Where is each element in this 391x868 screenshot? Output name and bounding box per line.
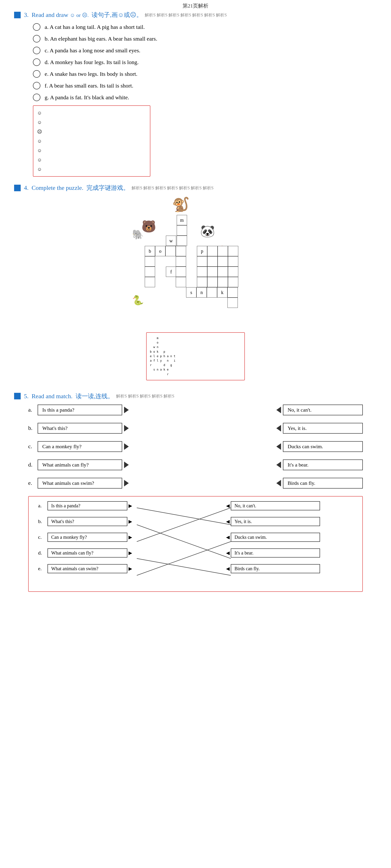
ans-left-e: What animals can swim? ▶: [48, 564, 128, 573]
cell-r1: [145, 256, 155, 267]
cell-r5: [218, 256, 228, 267]
sentence-item-1: b. An elephant has big ears. A bear has …: [33, 35, 377, 42]
crossword-area: 🐒 🐻 🐼 🐘 🐍 🐅 m w b o p: [113, 196, 278, 328]
ans-left-b: What's this? ▶: [48, 517, 128, 526]
cell-r2: [176, 256, 186, 267]
match-right-1: No, it can't.: [283, 405, 363, 415]
sentence-item-3: d. A monkey has four legs. Its tail is l…: [33, 58, 377, 66]
cell-bo4: [176, 246, 186, 256]
cell-f4: [207, 267, 218, 277]
section-4-header: 4. Complete the puzzle. 完成字谜游戏。 解析S 解析S …: [14, 184, 377, 192]
cell-p2: [207, 246, 218, 256]
cell-s1: [145, 277, 155, 287]
match-label-b: b.: [28, 425, 37, 431]
ans-label-c: c.: [38, 534, 48, 540]
cell-f2: [176, 267, 186, 277]
cell-f-left: [145, 267, 155, 277]
ans-label-a: a.: [38, 503, 48, 509]
match-left-c: Can a monkey fly?: [37, 441, 122, 452]
section-4-decorative: 解析S 解析S 解析S 解析S 解析S 解析S 解析S: [132, 185, 214, 191]
match-label-a: a.: [28, 407, 37, 413]
sentence-item-4: e. A snake has two legs. Its body is sho…: [33, 70, 377, 78]
radio-1: [33, 35, 40, 42]
sentence-item-0: a. A cat has a long tail. A pig has a sh…: [33, 23, 377, 31]
ans-right-3: ◀ Ducks can swim.: [231, 533, 320, 542]
match-questions: a. Is this a panda? No, it can't. b. Wha…: [28, 405, 363, 489]
radio-3: [33, 58, 40, 66]
match-right-3: Ducks can swim.: [283, 441, 363, 452]
ans-left-d: What animals can fly? ▶: [48, 548, 128, 558]
cell-bo3: [165, 246, 176, 256]
cell-sn-s: s: [186, 287, 196, 298]
svg-line-0: [137, 508, 231, 525]
page-title: 第21页解析: [0, 0, 391, 11]
sentence-item-5: f. A bear has small ears. Its tail is sh…: [33, 82, 377, 89]
monkey-icon: 🐒: [172, 196, 190, 213]
sentence-text-0: a. A cat has a long tail. A pig has a sh…: [45, 24, 145, 30]
cell-s4: [207, 277, 218, 287]
cell-p3: [218, 246, 228, 256]
section-3-decorative: 解析S 解析S 解析S 解析S 解析S 解析S 解析S: [145, 12, 227, 18]
ans-row-e: e. What animals can swim? ▶: [38, 564, 137, 573]
sentence-text-1: b. An elephant has big ears. A bear has …: [45, 36, 157, 42]
cell-f3: [197, 267, 207, 277]
answer-box-5: a. Is this a panda? ▶ b. What's this? ▶ …: [28, 496, 363, 592]
answer-left-col: a. Is this a panda? ▶ b. What's this? ▶ …: [38, 501, 137, 587]
match-left-e: What animals can swim?: [37, 478, 122, 489]
cell-f5: [218, 267, 228, 277]
lines-area: [137, 501, 231, 587]
match-row-d: d. What animals can fly? It's a bear.: [28, 460, 363, 470]
ans-left-c: Can a monkey fly? ▶: [48, 533, 128, 542]
match-row-a: a. Is this a panda? No, it can't.: [28, 405, 363, 415]
match-label-e: e.: [28, 480, 37, 486]
cell-p: p: [197, 246, 207, 256]
puzzle-answer-grid: m o w n b o k p e l e p h a n t a f l y …: [150, 336, 241, 377]
snake-icon: 🐍: [132, 295, 144, 306]
section-4-title: 4. Complete the puzzle. 完成字谜游戏。: [24, 184, 129, 192]
cell-w: w: [166, 236, 176, 246]
cell-b: b: [145, 246, 155, 256]
section-4: 4. Complete the puzzle. 完成字谜游戏。 解析S 解析S …: [14, 184, 377, 385]
cell-r3: [197, 256, 207, 267]
puzzle-answer-box: m o w n b o k p e l e p h a n t a f l y …: [146, 332, 245, 380]
cell-sn-e: [227, 287, 238, 298]
match-row-b: b. What's this? Yes, it is.: [28, 423, 363, 434]
sentence-item-6: g. A panda is fat. It's black and white.: [33, 94, 377, 101]
sentence-text-6: g. A panda is fat. It's black and white.: [45, 94, 129, 101]
sentence-text-2: c. A panda has a long nose and small eye…: [45, 48, 140, 54]
cell-p4: [228, 246, 238, 256]
section-5-decorative: 解析S 解析S 解析S 解析S 解析S: [116, 393, 174, 399]
section-5-title: 5. Read and match. 读一读,连线。: [24, 392, 114, 400]
ans-row-d: d. What animals can fly? ▶: [38, 548, 137, 558]
cell-s6: [228, 277, 238, 287]
match-right-4: It's a bear.: [283, 460, 363, 470]
svg-line-3: [137, 558, 231, 576]
ans-label-e: e.: [38, 565, 48, 571]
match-label-c: c.: [28, 443, 37, 450]
match-label-d: d.: [28, 462, 37, 468]
ans-row-a: a. Is this a panda? ▶: [38, 501, 137, 510]
cell-m: m: [177, 215, 187, 225]
blue-square-4: [14, 185, 21, 191]
ans-row-c: c. Can a monkey fly? ▶: [38, 533, 137, 542]
cell-f6: [228, 267, 238, 277]
match-row-c: c. Can a monkey fly? Ducks can swim.: [28, 441, 363, 452]
cell-sn-n: n: [196, 287, 207, 298]
blue-square-5: [14, 393, 21, 399]
answer-box-3: ☺☺☹☺☺☺☺: [33, 105, 150, 177]
blue-square-3: [14, 12, 21, 18]
match-right-5: Birds can fly.: [283, 478, 363, 489]
ans-row-b: b. What's this? ▶: [38, 517, 137, 526]
cell-s2: [176, 277, 186, 287]
sentence-item-2: c. A panda has a long nose and small eye…: [33, 47, 377, 54]
radio-6: [33, 94, 40, 101]
cell-s5: [218, 277, 228, 287]
cell-s3: [197, 277, 207, 287]
emoji-answers: ☺☺☹☺☺☺☺: [37, 108, 146, 174]
svg-line-1: [137, 525, 231, 558]
elephant-icon: 🐘: [132, 229, 144, 240]
ans-left-a: Is this a panda? ▶: [48, 501, 128, 510]
match-right-2: Yes, it is.: [283, 423, 363, 434]
radio-2: [33, 47, 40, 54]
ans-label-d: d.: [38, 550, 48, 556]
